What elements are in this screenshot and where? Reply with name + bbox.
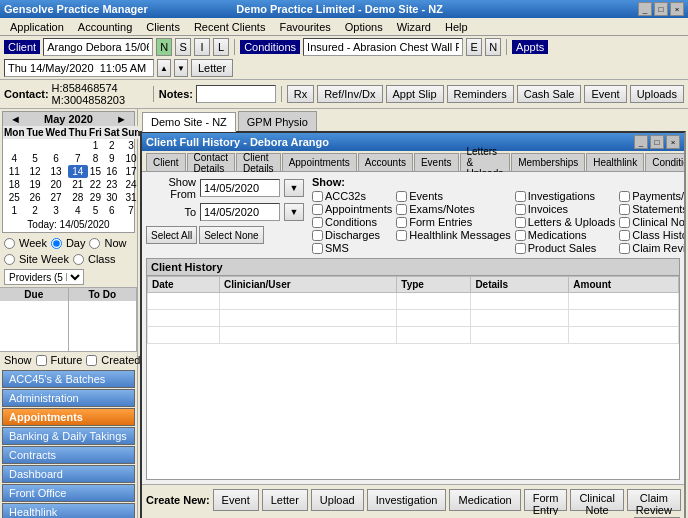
cal-day-32[interactable]: 29	[88, 191, 103, 204]
cal-day-36[interactable]: 2	[26, 204, 45, 217]
cal-day-17[interactable]: 14	[68, 165, 88, 178]
cal-day-8[interactable]: 5	[26, 152, 45, 165]
cb-conditions-input[interactable]	[312, 217, 323, 228]
cal-day-3[interactable]	[68, 139, 88, 152]
site-week-radio[interactable]	[4, 254, 15, 265]
uploads-btn[interactable]: Uploads	[630, 85, 684, 103]
cal-day-23[interactable]: 20	[45, 178, 68, 191]
show-checkbox[interactable]	[36, 355, 47, 366]
rx-btn[interactable]: Rx	[287, 85, 314, 103]
nav-acc45s[interactable]: ACC45's & Batches	[2, 370, 135, 388]
inner-maximize-btn[interactable]: □	[650, 135, 664, 149]
cal-day-33[interactable]: 30	[103, 191, 121, 204]
inner-tab-client[interactable]: Client	[146, 153, 186, 171]
cal-day-26[interactable]: 23	[103, 178, 121, 191]
cb-clinical-input[interactable]	[619, 217, 630, 228]
future-checkbox[interactable]	[86, 355, 97, 366]
inner-minimize-btn[interactable]: _	[634, 135, 648, 149]
cb-product-sales-input[interactable]	[515, 243, 526, 254]
cal-day-11[interactable]: 8	[88, 152, 103, 165]
appts-up-btn[interactable]: ▲	[157, 59, 171, 77]
cond-flag-e[interactable]: E	[466, 38, 482, 56]
cal-day-7[interactable]: 4	[3, 152, 26, 165]
menu-options[interactable]: Options	[339, 20, 389, 34]
show-from-calendar-btn[interactable]: ▼	[284, 179, 304, 197]
event-btn[interactable]: Event	[584, 85, 626, 103]
menu-accounting[interactable]: Accounting	[72, 20, 138, 34]
menu-application[interactable]: Application	[4, 20, 70, 34]
cal-day-12[interactable]: 9	[103, 152, 121, 165]
cal-day-19[interactable]: 16	[103, 165, 121, 178]
to-input[interactable]	[200, 203, 280, 221]
cal-day-30[interactable]: 27	[45, 191, 68, 204]
cal-day-5[interactable]: 2	[103, 139, 121, 152]
cal-day-1[interactable]	[26, 139, 45, 152]
day-radio[interactable]	[51, 238, 62, 249]
inner-tab-conditions[interactable]: Conditions	[645, 153, 686, 171]
cal-prev-btn[interactable]: ◄	[7, 113, 24, 125]
cash-sale-btn[interactable]: Cash Sale	[517, 85, 582, 103]
select-all-btn[interactable]: Select All	[146, 226, 197, 244]
nav-administration[interactable]: Administration	[2, 389, 135, 407]
cb-form-entries-input[interactable]	[396, 217, 407, 228]
cal-day-16[interactable]: 13	[45, 165, 68, 178]
cb-payments-input[interactable]	[619, 191, 630, 202]
select-none-btn[interactable]: Select None	[199, 226, 263, 244]
cal-day-35[interactable]: 1	[3, 204, 26, 217]
inner-tab-appointments[interactable]: Appointments	[282, 153, 357, 171]
cb-class-history-input[interactable]	[619, 230, 630, 241]
maximize-button[interactable]: □	[654, 2, 668, 16]
inner-tab-accounts[interactable]: Accounts	[358, 153, 413, 171]
cal-day-31[interactable]: 28	[68, 191, 88, 204]
cb-discharges-input[interactable]	[312, 230, 323, 241]
menu-wizard[interactable]: Wizard	[391, 20, 437, 34]
btn-event[interactable]: Event	[213, 489, 259, 511]
nav-front-office[interactable]: Front Office	[2, 484, 135, 502]
now-radio[interactable]	[89, 238, 100, 249]
btn-investigation[interactable]: Investigation	[367, 489, 447, 511]
letter-btn[interactable]: Letter	[191, 59, 233, 77]
minimize-button[interactable]: _	[638, 2, 652, 16]
btn-clinical-note[interactable]: Clinical Note	[570, 489, 623, 511]
tab-demo-site[interactable]: Demo Site - NZ	[142, 112, 236, 132]
btn-form-entry[interactable]: Form Entry	[524, 489, 568, 511]
cb-claim-reviews-input[interactable]	[619, 243, 630, 254]
cal-day-24[interactable]: 21	[68, 178, 88, 191]
cb-sms-input[interactable]	[312, 243, 323, 254]
tab-gpm-physio[interactable]: GPM Physio	[238, 111, 317, 131]
nav-banking[interactable]: Banking & Daily Takings	[2, 427, 135, 445]
cal-day-37[interactable]: 3	[45, 204, 68, 217]
client-input[interactable]	[43, 38, 153, 56]
cal-day-40[interactable]: 6	[103, 204, 121, 217]
inner-tab-contact[interactable]: Contact Details	[187, 153, 235, 171]
cb-events-input[interactable]	[396, 191, 407, 202]
inner-tab-events[interactable]: Events	[414, 153, 459, 171]
cal-day-22[interactable]: 19	[26, 178, 45, 191]
cal-day-28[interactable]: 25	[3, 191, 26, 204]
menu-clients[interactable]: Clients	[140, 20, 186, 34]
inner-tab-memberships[interactable]: Memberships	[511, 153, 585, 171]
ref-btn[interactable]: Ref/Inv/Dx	[317, 85, 382, 103]
cal-day-38[interactable]: 4	[68, 204, 88, 217]
view-report-btn[interactable]: View Report	[684, 489, 686, 511]
cb-medications-input[interactable]	[515, 230, 526, 241]
cb-exams-input[interactable]	[396, 204, 407, 215]
conditions-input[interactable]	[303, 38, 463, 56]
class-radio[interactable]	[73, 254, 84, 265]
cal-day-25[interactable]: 22	[88, 178, 103, 191]
nav-contracts[interactable]: Contracts	[2, 446, 135, 464]
cal-day-21[interactable]: 18	[3, 178, 26, 191]
inner-tab-client-details[interactable]: Client Details	[236, 153, 281, 171]
cb-invoices-input[interactable]	[515, 204, 526, 215]
btn-medication[interactable]: Medication	[449, 489, 520, 511]
cb-investigations-input[interactable]	[515, 191, 526, 202]
nav-healthlink[interactable]: Healthlink	[2, 503, 135, 518]
cal-day-29[interactable]: 26	[26, 191, 45, 204]
to-calendar-btn[interactable]: ▼	[284, 203, 304, 221]
inner-tab-healthlink[interactable]: Healthlink	[586, 153, 644, 171]
flag-n-btn[interactable]: N	[156, 38, 172, 56]
cal-next-btn[interactable]: ►	[113, 113, 130, 125]
cal-day-39[interactable]: 5	[88, 204, 103, 217]
reminders-btn[interactable]: Reminders	[447, 85, 514, 103]
btn-upload[interactable]: Upload	[311, 489, 364, 511]
